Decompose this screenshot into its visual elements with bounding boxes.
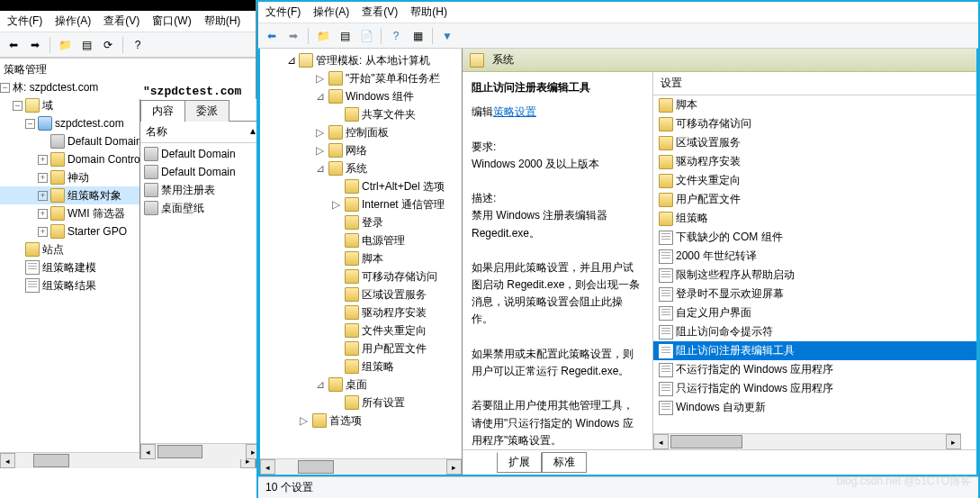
setting-row[interactable]: 驱动程序安装 [653, 152, 976, 171]
gpo-list[interactable]: Default Domain Default Domain 禁用注册表 桌面壁纸 [140, 143, 261, 219]
setting-row[interactable]: 登录时不显示欢迎屏幕 [653, 285, 976, 303]
scroll-left-icon[interactable]: ◂ [260, 459, 275, 475]
scroll-left-icon[interactable]: ◂ [0, 453, 15, 468]
h-scrollbar[interactable]: ◂ ▸ [140, 443, 261, 459]
help-icon[interactable]: ? [386, 26, 406, 46]
tree-item[interactable]: 共享文件夹 [260, 105, 462, 123]
setting-row[interactable]: 不运行指定的 Windows 应用程序 [653, 360, 976, 379]
forward-icon[interactable]: ➡ [25, 35, 45, 55]
setting-row[interactable]: 阻止访问命令提示符 [653, 322, 976, 341]
folder-icon [659, 117, 673, 131]
menu-help[interactable]: 帮助(H) [204, 14, 241, 29]
tree-item[interactable]: 所有设置 [260, 394, 462, 412]
tree-item[interactable]: 可移动存储访问 [260, 267, 462, 285]
setting-row[interactable]: 可移动存储访问 [653, 114, 976, 133]
properties-icon[interactable]: ▦ [408, 26, 427, 46]
setting-row[interactable]: 下载缺少的 COM 组件 [653, 228, 976, 247]
page-icon [659, 363, 673, 377]
back-icon[interactable]: ⬅ [262, 26, 282, 46]
setting-row-selected[interactable]: 阻止访问注册表编辑工具 [653, 341, 976, 360]
tab-standard[interactable]: 标准 [542, 452, 587, 473]
setting-row[interactable]: 自定义用户界面 [653, 303, 976, 322]
tree-item[interactable]: 文件夹重定向 [260, 321, 462, 340]
tree-item[interactable]: ▷Internet 通信管理 [260, 195, 462, 213]
refresh-icon[interactable]: ⟳ [98, 35, 118, 55]
tree-item[interactable]: ▷"开始"菜单和任务栏 [260, 69, 462, 87]
tree-item[interactable]: ⊿Windows 组件 [260, 87, 462, 105]
scroll-right-icon[interactable]: ▸ [946, 434, 961, 449]
tree-item[interactable]: 区域设置服务 [260, 285, 462, 303]
list-view-icon[interactable]: ▤ [335, 26, 355, 46]
setting-row[interactable]: 只运行指定的 Windows 应用程序 [653, 379, 976, 398]
tree-item[interactable]: 登录 [260, 213, 462, 231]
settings-column-header[interactable]: 设置 [653, 72, 976, 95]
tree-item[interactable]: ⊿系统 [260, 159, 462, 177]
page-icon [659, 401, 673, 415]
settings-list[interactable]: 设置 脚本可移动存储访问区域设置服务驱动程序安装文件夹重定向用户配置文件组策略下… [653, 72, 976, 449]
list-item[interactable]: Default Domain [140, 163, 261, 181]
list-item[interactable]: 禁用注册表 [140, 181, 261, 199]
menu-view[interactable]: 查看(V) [103, 14, 139, 29]
h-scrollbar[interactable]: ◂ ▸ [260, 458, 462, 475]
setting-row[interactable]: 组策略 [653, 209, 976, 228]
tree-item[interactable]: 组策略 [260, 358, 462, 376]
folder-icon[interactable]: 📁 [55, 35, 75, 55]
back-icon[interactable]: ⬅ [4, 35, 23, 55]
tab-content[interactable]: 内容 [140, 100, 185, 122]
tree-item[interactable]: ▷网络 [260, 141, 462, 159]
tree-item[interactable]: 驱动程序安装 [260, 303, 462, 321]
tree-item[interactable]: ⊿桌面 [260, 376, 462, 394]
h-scrollbar[interactable]: ◂ ▸ [653, 433, 961, 449]
tab-extended[interactable]: 扩展 [497, 452, 542, 473]
list-icon[interactable]: ▤ [76, 35, 96, 55]
scroll-left-icon[interactable]: ◂ [140, 444, 156, 459]
folder-up-icon[interactable]: 📁 [313, 26, 333, 46]
scroll-right-icon[interactable]: ▸ [446, 459, 462, 475]
gpo-icon [50, 134, 65, 149]
setting-row[interactable]: 文件夹重定向 [653, 171, 976, 190]
content-header: 系统 [463, 49, 976, 72]
folder-icon [50, 152, 65, 167]
folder-icon [659, 174, 673, 188]
tree-root[interactable]: 策略管理 [0, 60, 256, 78]
export-icon[interactable]: 📄 [356, 26, 376, 46]
menu-file[interactable]: 文件(F) [265, 5, 301, 20]
page-icon [659, 325, 673, 340]
filter-icon[interactable]: ▼ [437, 26, 457, 46]
help-icon[interactable]: ? [128, 35, 148, 55]
tab-delegation[interactable]: 委派 [184, 100, 229, 122]
scroll-left-icon[interactable]: ◂ [653, 434, 669, 449]
folder-icon [50, 170, 65, 185]
menu-view[interactable]: 查看(V) [362, 5, 398, 20]
column-header[interactable]: 名称▴ [140, 122, 261, 143]
setting-row[interactable]: 限制这些程序从帮助启动 [653, 266, 976, 285]
page-icon [659, 231, 673, 245]
policy-settings-link[interactable]: 策略设置 [493, 105, 536, 118]
setting-row[interactable]: 用户配置文件 [653, 190, 976, 209]
tree-item[interactable]: 用户配置文件 [260, 340, 462, 358]
setting-row[interactable]: 区域设置服务 [653, 133, 976, 152]
list-item[interactable]: Default Domain [140, 145, 261, 163]
list-item[interactable]: 桌面壁纸 [140, 199, 261, 217]
tree-item[interactable]: ▷首选项 [260, 412, 462, 430]
tree-item[interactable]: 电源管理 [260, 231, 462, 249]
setting-row[interactable]: 脚本 [653, 95, 976, 114]
gpo-icon [144, 147, 158, 161]
tab-strip: 内容 委派 [140, 99, 261, 122]
page-icon [25, 278, 40, 293]
folder-icon [50, 188, 65, 203]
tree-item[interactable]: ▷控制面板 [260, 123, 462, 141]
setting-row[interactable]: Windows 自动更新 [653, 398, 976, 417]
menu-help[interactable]: 帮助(H) [410, 5, 447, 20]
menu-window[interactable]: 窗口(W) [152, 14, 191, 29]
tree-item[interactable]: 脚本 [260, 249, 462, 267]
setting-row[interactable]: 2000 年世纪转译 [653, 247, 976, 266]
tree-item[interactable]: Ctrl+Alt+Del 选项 [260, 177, 462, 195]
menu-action[interactable]: 操作(A) [55, 14, 91, 29]
admin-templates-tree[interactable]: ⊿管理模板: 从本地计算机▷"开始"菜单和任务栏⊿Windows 组件共享文件夹… [260, 49, 463, 475]
menu-action[interactable]: 操作(A) [313, 5, 349, 20]
menu-file[interactable]: 文件(F) [7, 14, 42, 29]
page-icon [659, 287, 673, 302]
forward-icon[interactable]: ➡ [283, 26, 303, 46]
tree-root[interactable]: ⊿管理模板: 从本地计算机 [260, 51, 462, 69]
